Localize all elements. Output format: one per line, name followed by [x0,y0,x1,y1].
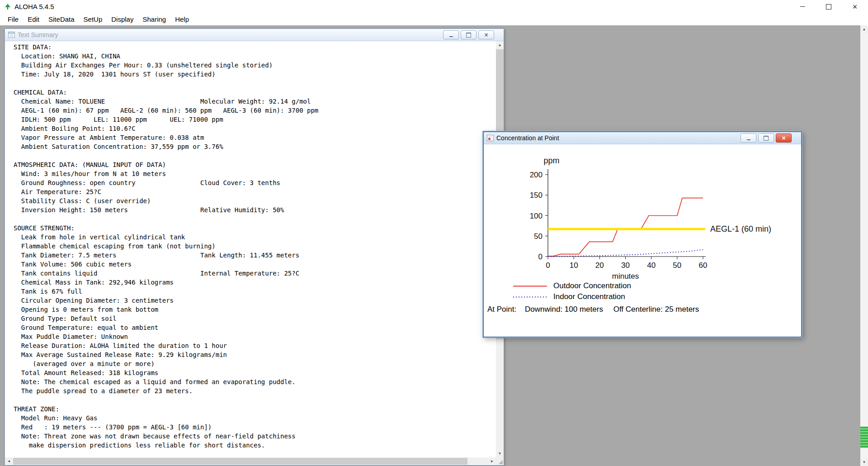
menu-item-sitedata[interactable]: SiteData [44,15,79,23]
maximize-icon [826,4,831,10]
svg-text:0: 0 [538,252,542,261]
svg-text:40: 40 [647,261,656,270]
main-vscroll-thumb[interactable] [860,427,868,448]
mdi-area: Text Summary × SITE DATA: Location: SHAN… [0,25,868,466]
restore-icon [764,136,769,141]
menu-item-help[interactable]: Help [170,15,193,23]
legend-label-outdoor: Outdoor Concentration [553,281,631,290]
concentration-close-button[interactable]: × [776,133,792,143]
downwind-value: Downwind: 100 meters [525,305,603,314]
aloha-window: ALOHA 5.4.5 × File Edit SiteData SetUp D… [0,0,868,466]
scroll-left-icon[interactable]: ◄ [5,457,13,465]
off-centerline-value: Off Centerline: 25 meters [613,305,699,314]
concentration-window: Concentration at Point × 050100150200010… [483,131,802,338]
svg-text:100: 100 [530,212,542,220]
svg-text:minutes: minutes [612,272,639,280]
minimize-icon [747,139,750,140]
menu-item-display[interactable]: Display [107,15,138,23]
menu-item-setup[interactable]: SetUp [79,15,107,23]
minimize-icon [800,6,805,7]
resize-grip-icon [498,460,503,464]
menu-item-file[interactable]: File [3,15,23,23]
svg-text:10: 10 [570,261,578,270]
text-summary-text: SITE DATA: Location: SHANG HAI, CHINA Bu… [5,41,496,450]
resize-grip[interactable] [496,457,504,465]
outdoor-line-sample [513,285,547,288]
concentration-minimize-button[interactable] [741,133,756,143]
svg-text:30: 30 [621,261,630,270]
concentration-icon[interactable] [487,135,494,141]
menu-item-edit[interactable]: Edit [23,15,44,23]
svg-text:ppm: ppm [543,156,559,165]
legend-label-indoor: Indoor Concentration [553,292,625,301]
menu-item-sharing[interactable]: Sharing [138,15,170,23]
concentration-content: 0501001502000102030405060ppmminutesAEGL-… [484,144,801,337]
text-summary-hscroll-thumb[interactable] [13,458,467,465]
close-icon: × [782,135,785,141]
scroll-up-icon[interactable]: ▲ [496,41,504,49]
svg-text:60: 60 [699,261,708,270]
legend-item-outdoor: Outdoor Concentration [513,281,631,291]
svg-text:50: 50 [534,232,542,241]
text-summary-window: Text Summary × SITE DATA: Location: SHAN… [5,29,504,466]
restore-icon [466,33,471,38]
scroll-down-icon[interactable]: ▼ [860,458,868,466]
text-summary-minimize-button[interactable] [443,30,459,39]
svg-text:AEGL-1 (60 min): AEGL-1 (60 min) [710,224,771,233]
close-button[interactable]: × [842,0,868,13]
text-summary-window-controls: × [443,30,500,39]
chart-legend: Outdoor Concentration Indoor Concentrati… [513,281,631,302]
maximize-button[interactable] [816,0,842,13]
main-vertical-scrollbar[interactable]: ▲ ▼ [860,25,868,466]
text-summary-restore-button[interactable] [461,30,476,39]
svg-text:0: 0 [546,261,550,270]
concentration-titlebar[interactable]: Concentration at Point × [484,132,801,144]
legend-item-indoor: Indoor Concentration [513,291,631,302]
text-summary-icon[interactable] [8,32,15,38]
svg-text:150: 150 [530,191,542,200]
concentration-chart: 0501001502000102030405060ppmminutesAEGL-… [484,144,800,280]
scroll-right-icon[interactable]: ► [488,457,496,465]
at-point-info: At Point: Downwind: 100 meters Off Cente… [487,305,699,314]
concentration-window-controls: × [741,133,798,143]
indoor-line-sample [513,295,547,299]
text-summary-close-button[interactable]: × [478,30,494,39]
minimize-icon [449,36,453,37]
text-summary-horizontal-scrollbar[interactable]: ◄ ► [5,457,496,465]
scroll-down-icon[interactable]: ▼ [496,450,504,457]
scroll-up-icon[interactable]: ▲ [860,25,868,33]
text-summary-title: Text Summary [18,31,58,38]
svg-text:200: 200 [530,171,542,179]
at-point-label: At Point: [487,305,516,314]
concentration-title: Concentration at Point [496,134,559,142]
text-summary-content: SITE DATA: Location: SHANG HAI, CHINA Bu… [5,41,496,457]
svg-text:50: 50 [673,261,681,270]
text-summary-titlebar[interactable]: Text Summary × [5,29,504,41]
menubar: File Edit SiteData SetUp Display Sharing… [0,13,868,26]
minimize-button[interactable] [789,0,816,13]
window-controls: × [789,0,868,13]
close-icon: × [484,32,488,38]
app-titlebar[interactable]: ALOHA 5.4.5 × [0,0,868,13]
concentration-restore-button[interactable] [758,133,774,143]
close-icon: × [853,3,858,11]
app-title: ALOHA 5.4.5 [14,3,54,10]
app-icon[interactable] [4,3,11,10]
svg-text:20: 20 [595,261,604,270]
